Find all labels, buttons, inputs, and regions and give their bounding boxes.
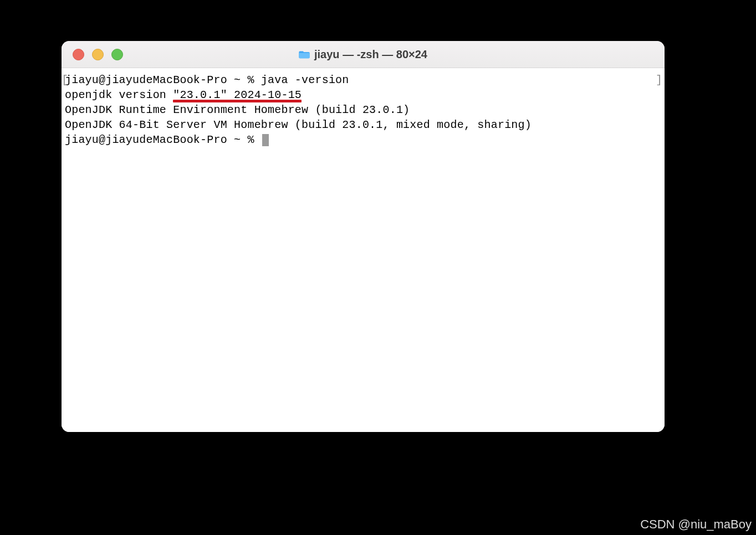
watermark-text: CSDN @niu_maBoy — [640, 517, 752, 532]
terminal-cursor — [262, 134, 269, 146]
terminal-output: jiayu@jiayudeMacBook-Pro ~ % java -versi… — [65, 73, 661, 147]
window-title-text: jiayu — -zsh — 80×24 — [314, 48, 427, 61]
terminal-body[interactable]: [ ] jiayu@jiayudeMacBook-Pro ~ % java -v… — [62, 68, 665, 432]
minimize-icon[interactable] — [92, 49, 104, 60]
folder-icon — [299, 50, 310, 59]
close-icon[interactable] — [73, 49, 84, 60]
titlebar: jiayu — -zsh — 80×24 — [62, 41, 665, 68]
history-bracket-right: ] — [656, 73, 662, 88]
terminal-window: jiayu — -zsh — 80×24 [ ] jiayu@jiayudeMa… — [62, 41, 665, 432]
history-bracket-left: [ — [62, 73, 68, 88]
annotation-underline — [173, 100, 302, 102]
zoom-icon[interactable] — [111, 49, 123, 60]
window-controls — [73, 49, 123, 60]
window-title: jiayu — -zsh — 80×24 — [62, 48, 665, 61]
